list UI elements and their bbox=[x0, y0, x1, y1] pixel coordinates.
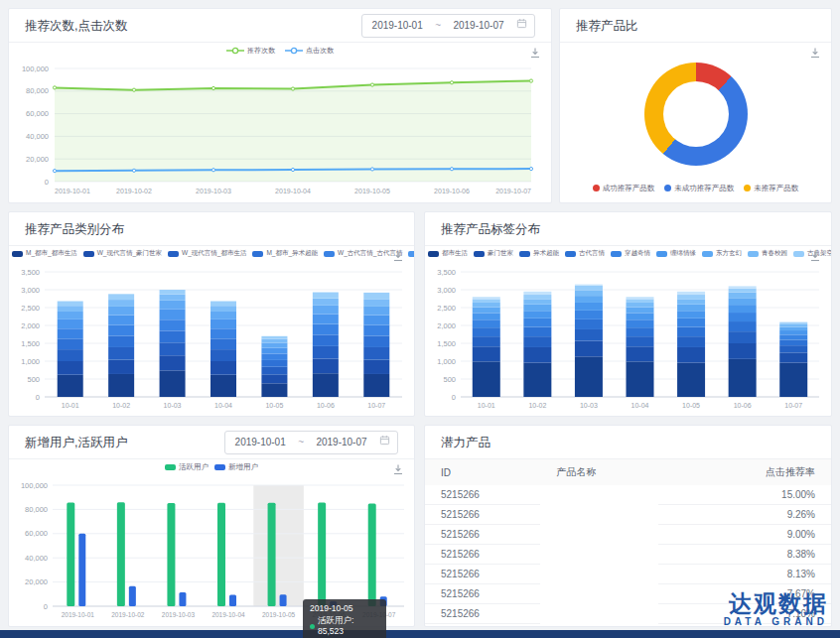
users-date-start[interactable]: 2019-10-01 bbox=[232, 426, 288, 459]
legend-item[interactable]: 活跃用户 bbox=[165, 462, 209, 472]
cell-product-name bbox=[540, 545, 658, 565]
cell-product-id: 5215266 bbox=[425, 505, 540, 525]
table-row[interactable]: 52152668.13% bbox=[425, 565, 831, 584]
cell-product-id: 5215266 bbox=[425, 584, 540, 604]
svg-text:80,000: 80,000 bbox=[25, 505, 48, 514]
legend-item[interactable]: W_古代言情 bbox=[408, 249, 414, 258]
svg-text:2019-10-04: 2019-10-04 bbox=[211, 611, 245, 618]
svg-text:0: 0 bbox=[45, 178, 49, 187]
svg-text:1,500: 1,500 bbox=[437, 339, 456, 348]
card-users: 新增用户,活跃用户 2019-10-01 ~ 2019-10-07 活跃用户新增… bbox=[8, 425, 415, 627]
trend-date-range-picker[interactable]: 2019-10-01 ~ 2019-10-07 bbox=[361, 14, 535, 38]
legend-item[interactable]: 古代言情 bbox=[565, 249, 605, 258]
stacked-bar-svg[interactable]: 05001,0001,5002,0002,5003,0003,50010-011… bbox=[11, 264, 412, 413]
cell-click-recommend-rate: 8.38% bbox=[658, 545, 831, 565]
tooltip-date: 2019-10-05 bbox=[310, 603, 379, 615]
svg-text:3,000: 3,000 bbox=[437, 286, 456, 295]
legend-item[interactable]: 点击次数 bbox=[285, 46, 334, 56]
svg-text:0: 0 bbox=[36, 393, 40, 402]
legend-swatch bbox=[656, 251, 667, 257]
table-row[interactable]: 521526615.00% bbox=[425, 485, 831, 505]
cell-click-recommend-rate: 8.13% bbox=[658, 565, 831, 584]
legend-item[interactable]: 推荐次数 bbox=[226, 46, 275, 56]
legend-item[interactable]: 青春校园 bbox=[748, 249, 787, 258]
table-row[interactable]: 52152668.38% bbox=[425, 545, 831, 565]
card-tags-body: 都市生活豪门世家异术超能古代言情穿越奇情缠绵情缘东方玄幻青春校园古典架空恩怨情仇… bbox=[425, 246, 831, 415]
tooltip-value: 活跃用户: 85,523 bbox=[318, 615, 379, 638]
tooltip-row: 活跃用户: 85,523 bbox=[310, 615, 379, 638]
svg-text:2,500: 2,500 bbox=[437, 304, 456, 313]
card-donut: 推荐产品比 成功推荐产品数未成功推荐产品数未推荐产品数 bbox=[559, 8, 832, 203]
legend-item[interactable]: W_现代言情_都市生活 bbox=[168, 249, 246, 258]
legend-item[interactable]: 穿越奇情 bbox=[611, 249, 650, 258]
trend-date-start[interactable]: 2019-10-01 bbox=[369, 9, 425, 43]
svg-text:2,500: 2,500 bbox=[21, 304, 40, 313]
svg-text:0: 0 bbox=[452, 393, 456, 402]
legend-label: 异术超能 bbox=[533, 249, 559, 258]
users-date-range-picker[interactable]: 2019-10-01 ~ 2019-10-07 bbox=[224, 431, 398, 454]
trend-date-end[interactable]: 2019-10-07 bbox=[451, 9, 506, 43]
legend-item[interactable]: 东方玄幻 bbox=[702, 249, 742, 258]
legend-label: 都市生活 bbox=[442, 249, 468, 258]
svg-text:2,000: 2,000 bbox=[437, 321, 456, 330]
trend-line-svg[interactable]: 020,00040,00060,00080,000100,0002019-10-… bbox=[11, 63, 547, 197]
svg-text:0: 0 bbox=[44, 602, 48, 611]
trend-line-chart[interactable]: 020,00040,00060,00080,000100,0002019-10-… bbox=[11, 63, 547, 197]
legend-item[interactable]: W_现代言情_豪门世家 bbox=[83, 249, 162, 258]
calendar-icon[interactable] bbox=[516, 9, 527, 43]
table-row[interactable]: 52152669.00% bbox=[425, 525, 831, 545]
legend-label: 古代言情 bbox=[579, 249, 605, 258]
svg-text:10-07: 10-07 bbox=[784, 402, 802, 409]
card-tags-title: 推荐产品标签分布 bbox=[441, 212, 540, 246]
legend-label: 豪门世家 bbox=[488, 249, 513, 258]
legend-item[interactable]: M_都市_异术超能 bbox=[252, 249, 318, 258]
table-column-header: 产品名称 bbox=[540, 459, 658, 485]
legend-item[interactable]: 异术超能 bbox=[519, 249, 559, 258]
legend-item[interactable]: 豪门世家 bbox=[474, 249, 513, 258]
table-column-header: ID bbox=[425, 459, 540, 485]
legend-label: 推荐次数 bbox=[247, 46, 275, 56]
cell-click-recommend-rate: 9.00% bbox=[658, 525, 831, 545]
legend-label: 成功推荐产品数 bbox=[603, 184, 655, 193]
donut-hole bbox=[663, 81, 729, 147]
legend-swatch bbox=[428, 251, 439, 257]
legend-item[interactable]: 都市生活 bbox=[428, 249, 468, 258]
tags-legend: 都市生活豪门世家异术超能古代言情穿越奇情缠绵情缘东方玄幻青春校园古典架空恩怨情仇 bbox=[425, 249, 831, 258]
svg-text:3,500: 3,500 bbox=[437, 268, 456, 277]
download-icon[interactable] bbox=[809, 250, 821, 262]
legend-swatch bbox=[324, 251, 335, 257]
svg-text:10-04: 10-04 bbox=[214, 402, 232, 409]
legend-item[interactable]: 缠绵情缘 bbox=[656, 249, 696, 258]
legend-item[interactable]: W_古代言情_古代言情 bbox=[324, 249, 402, 258]
download-icon[interactable] bbox=[392, 463, 404, 475]
legend-item[interactable]: 成功推荐产品数 bbox=[593, 184, 655, 193]
card-tags-header: 推荐产品标签分布 bbox=[425, 212, 831, 246]
download-icon[interactable] bbox=[392, 250, 404, 262]
svg-text:2019-10-06: 2019-10-06 bbox=[434, 188, 470, 194]
legend-item[interactable]: M_都市_都市生活 bbox=[12, 249, 77, 258]
legend-item[interactable]: 未成功推荐产品数 bbox=[664, 184, 734, 193]
users-legend: 活跃用户新增用户 bbox=[9, 462, 414, 472]
tags-stacked-bar-chart[interactable]: 05001,0001,5002,0002,5003,0003,50010-011… bbox=[427, 264, 829, 413]
table-row[interactable]: 52152669.26% bbox=[425, 505, 831, 525]
download-icon[interactable] bbox=[529, 47, 541, 59]
cell-product-name bbox=[540, 584, 658, 604]
trend-date-separator: ~ bbox=[435, 9, 441, 43]
legend-item[interactable]: 新增用户 bbox=[214, 462, 258, 472]
category-stacked-bar-chart[interactable]: 05001,0001,5002,0002,5003,0003,50010-011… bbox=[11, 264, 412, 413]
stacked-bar-svg[interactable]: 05001,0001,5002,0002,5003,0003,50010-011… bbox=[427, 264, 829, 413]
users-date-end[interactable]: 2019-10-07 bbox=[314, 426, 369, 459]
legend-swatch bbox=[408, 251, 414, 257]
calendar-icon[interactable] bbox=[379, 426, 390, 459]
svg-text:100,000: 100,000 bbox=[21, 481, 48, 490]
download-icon[interactable] bbox=[809, 47, 821, 59]
legend-item[interactable]: 未推荐产品数 bbox=[744, 184, 798, 193]
legend-swatch bbox=[611, 251, 622, 257]
donut-chart[interactable] bbox=[644, 63, 748, 166]
svg-text:2019-10-02: 2019-10-02 bbox=[116, 188, 152, 194]
card-category-title: 推荐产品类别分布 bbox=[25, 212, 124, 246]
legend-swatch bbox=[519, 251, 530, 257]
legend-label: 未成功推荐产品数 bbox=[674, 184, 734, 193]
legend-swatch bbox=[165, 464, 176, 470]
legend-label: 缠绵情缘 bbox=[670, 249, 696, 258]
